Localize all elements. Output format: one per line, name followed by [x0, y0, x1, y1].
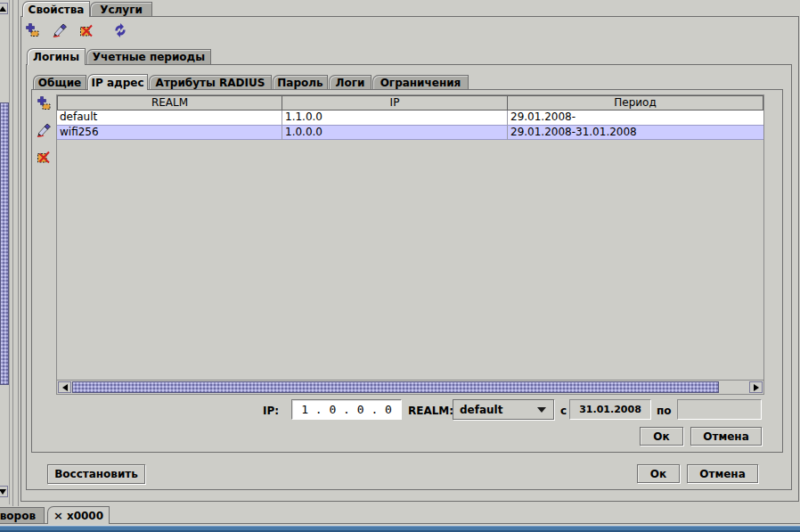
scroll-left-button[interactable] — [58, 381, 71, 393]
delete-icon — [36, 149, 52, 165]
cell-ip: 1.0.0.0 — [282, 126, 508, 140]
tab-ip-address-label: IP адрес — [91, 77, 143, 89]
split-divider-line — [12, 0, 13, 506]
cell-realm: wifi256 — [57, 126, 282, 140]
tab-radius-attributes-label: Атрибуты RADIUS — [156, 77, 265, 89]
date-from-value: 31.01.2008 — [579, 404, 641, 415]
editor-ok-button[interactable]: Ок — [640, 427, 683, 446]
tab-properties-label: Свойства — [29, 4, 85, 16]
tab-x0000[interactable]: × x0000 — [47, 506, 110, 524]
tab-ip-address[interactable]: IP адрес — [87, 74, 148, 90]
left-panel-scrollbar[interactable] — [0, 0, 10, 504]
ip-table: REALM IP Период default 1.1.0.0 29.01.20… — [56, 94, 764, 395]
tab-logs[interactable]: Логи — [329, 75, 371, 89]
realm-select-value: default — [460, 404, 502, 416]
ip-input[interactable]: 1 . 0 . 0 . 0 — [291, 399, 402, 420]
delete-icon — [78, 22, 94, 38]
tab-general[interactable]: Общие — [33, 75, 86, 89]
tab-general-label: Общие — [38, 77, 81, 89]
tab-contracts-label: воров — [0, 510, 36, 522]
column-header-ip[interactable]: IP — [282, 95, 508, 110]
bottom-tabbar-baseline — [0, 523, 800, 524]
add-icon — [25, 22, 41, 38]
horizontal-scroll-thumb[interactable] — [72, 381, 719, 393]
ip-label: IP: — [249, 401, 279, 421]
edit-ip-button[interactable] — [36, 122, 52, 138]
chevron-down-icon — [537, 407, 546, 413]
restore-button[interactable]: Восстановить — [47, 464, 145, 484]
cell-period: 29.01.2008- — [508, 110, 763, 125]
tab-logins-label: Логины — [33, 51, 79, 63]
edit-icon — [36, 122, 52, 138]
tab-logs-label: Логи — [336, 77, 365, 89]
cell-ip: 1.1.0.0 — [282, 110, 508, 125]
editor-cancel-button[interactable]: Отмена — [690, 427, 762, 446]
realm-label: REALM: — [408, 401, 453, 421]
date-to-button[interactable] — [677, 399, 762, 420]
scroll-right-icon — [754, 384, 759, 391]
tab-x0000-label: x0000 — [67, 510, 103, 522]
tab-properties[interactable]: Свойства — [22, 1, 90, 17]
column-header-period[interactable]: Период — [507, 95, 763, 110]
edit-login-button[interactable] — [52, 22, 68, 38]
table-row-selected[interactable]: wifi256 1.0.0.0 29.01.2008-31.01.2008 — [57, 125, 763, 140]
edit-icon — [52, 22, 68, 38]
tab-password[interactable]: Пароль — [273, 75, 328, 89]
realm-select[interactable]: default — [453, 399, 554, 420]
scroll-down-button[interactable] — [0, 486, 8, 497]
cell-realm: default — [57, 110, 282, 125]
refresh-button[interactable] — [112, 22, 128, 38]
vertical-scroll-thumb[interactable] — [0, 102, 9, 385]
scroll-down-icon — [0, 489, 6, 495]
tab-radius-attributes[interactable]: Атрибуты RADIUS — [149, 75, 272, 89]
tab-account-periods-label: Учетные периоды — [93, 51, 205, 63]
scroll-right-button[interactable] — [749, 381, 763, 393]
add-ip-button[interactable] — [37, 95, 53, 111]
tab-contracts-partial[interactable]: воров — [0, 507, 45, 524]
horizontal-scrollbar[interactable] — [57, 380, 763, 394]
tab-services[interactable]: Услуги — [90, 2, 152, 16]
cell-period: 29.01.2008-31.01.2008 — [508, 126, 763, 140]
tab-limits-label: Ограничения — [380, 77, 461, 89]
add-login-button[interactable] — [25, 22, 41, 38]
tab-services-label: Услуги — [100, 4, 143, 16]
close-icon[interactable]: × — [53, 510, 63, 521]
tab-logins[interactable]: Логины — [27, 48, 86, 65]
panel-cancel-button[interactable]: Отмена — [687, 464, 758, 483]
date-from-button[interactable]: 31.01.2008 — [569, 399, 651, 420]
scroll-up-icon — [0, 6, 6, 12]
panel-ok-button[interactable]: Ок — [637, 464, 680, 483]
column-header-realm[interactable]: REALM — [57, 95, 282, 110]
status-bar — [0, 525, 800, 532]
date-from-label: с — [560, 401, 567, 421]
tab-limits[interactable]: Ограничения — [372, 75, 469, 89]
table-row[interactable]: default 1.1.0.0 29.01.2008- — [57, 110, 763, 125]
ip-input-value: 1 . 0 . 0 . 0 — [301, 403, 392, 416]
date-to-label: по — [657, 401, 672, 421]
scroll-left-icon — [62, 384, 68, 391]
delete-ip-button[interactable] — [36, 149, 52, 165]
scroll-up-button[interactable] — [0, 3, 8, 14]
split-divider-line — [18, 0, 19, 506]
tab-account-periods[interactable]: Учетные периоды — [86, 49, 211, 64]
add-icon — [37, 95, 53, 111]
refresh-icon — [112, 22, 128, 38]
delete-login-button[interactable] — [78, 22, 94, 38]
tab-password-label: Пароль — [277, 77, 322, 89]
